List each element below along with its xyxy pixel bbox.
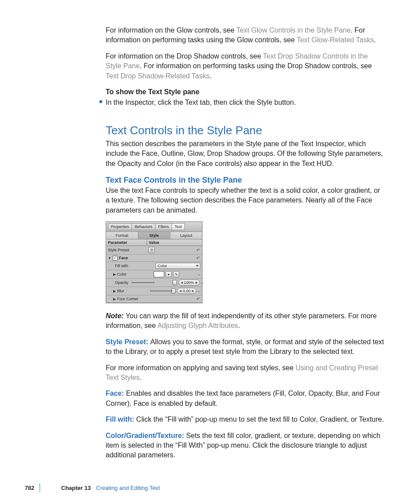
text: For information on the Glow controls, se… [106, 26, 236, 34]
row-opacity: Opacity ◀100%▶ – [106, 279, 202, 287]
link-glow-controls[interactable]: Text Glow Controls in the Style Pane [236, 26, 351, 34]
reset-icon[interactable]: ↶ [196, 297, 200, 302]
term-style-preset: Style Preset: [106, 338, 150, 346]
text: . [374, 36, 376, 44]
reset-icon[interactable]: ↶ [196, 248, 200, 253]
subsection-body: Use the text Face controls to specify wh… [106, 186, 385, 215]
link-glow-tasks[interactable]: Text Glow-Related Tasks [297, 36, 374, 44]
header-value: Value [147, 239, 202, 246]
link-dropshadow-tasks[interactable]: Text Drop Shadow-Related Tasks [106, 72, 210, 80]
label-face: Face [119, 256, 128, 260]
text: For information on the Drop Shadow contr… [106, 52, 263, 60]
text: For more information on applying and sav… [106, 364, 295, 372]
para-dropshadow: For information on the Drop Shadow contr… [106, 52, 385, 81]
label-fill-with: Fill with [115, 264, 128, 268]
disclosure-triangle-icon[interactable]: ▶ [113, 289, 116, 293]
tab-text[interactable]: Text [172, 223, 185, 230]
bullet-text: In the Inspector, click the Text tab, th… [106, 99, 296, 106]
keyframe-dash-icon[interactable]: – [198, 288, 200, 294]
text: . For information on performing tasks us… [140, 62, 372, 70]
tab-properties[interactable]: Properties [108, 223, 132, 230]
section-body: This section describes the parameters in… [106, 139, 385, 169]
subtab-style[interactable]: Style [138, 232, 170, 239]
footer-divider [40, 483, 40, 492]
row-fill-with: Fill with Color [106, 262, 202, 270]
opacity-value-field[interactable]: ◀100%▶ [178, 280, 200, 286]
chapter-title: Creating and Editing Text [96, 485, 160, 491]
keyframe-dash-icon[interactable]: – [201, 280, 204, 285]
keyframe-dash-icon[interactable]: – [198, 272, 200, 277]
blur-value-field[interactable]: ◀0.00▶ [177, 288, 196, 294]
column-headers: Parameter Value [106, 239, 202, 246]
reset-icon[interactable]: ↶ [196, 256, 200, 261]
def-face: Face: Enables and disables the text face… [106, 389, 385, 408]
def-style-preset: Style Preset: Allows you to save the for… [106, 337, 385, 357]
page-footer: 782 Chapter 13 Creating and Editing Text [0, 483, 160, 492]
face-checkbox[interactable]: ✓ [113, 256, 118, 261]
para-more-info: For more information on applying and sav… [106, 363, 385, 383]
eyedropper-icon[interactable]: ✎ [173, 271, 179, 277]
link-glyph-attributes[interactable]: Adjusting Glyph Attributes [157, 322, 238, 329]
inspector-tabs: Properties Behaviors Filters Text [106, 222, 202, 232]
term-face: Face: [106, 390, 126, 397]
text: . [238, 322, 240, 329]
disclosure-triangle-icon[interactable]: ▶ [113, 272, 116, 276]
label-blur: Blur [117, 289, 124, 293]
fill-with-popup[interactable]: Color [155, 263, 200, 269]
page-number: 782 [0, 485, 40, 491]
inspector-panel: Properties Behaviors Filters Text Format… [106, 221, 203, 303]
header-parameter: Parameter [106, 239, 147, 246]
subtab-format[interactable]: Format [106, 232, 138, 239]
bullet-instruction: In the Inspector, click the Text tab, th… [106, 98, 385, 107]
chapter-number: Chapter 13 [61, 485, 91, 491]
text: . [210, 72, 211, 80]
color-dropdown-button[interactable]: ▾ [166, 271, 172, 277]
term-fill-with: Fill with: [106, 416, 136, 423]
text: You can warp the fill of text independen… [106, 312, 377, 329]
row-four-corner: ▶Four Corner ↶ [106, 295, 202, 303]
row-style-preset: Style Preset ☰ ↶ [106, 246, 202, 254]
subsection-heading: Text Face Controls in the Style Pane [106, 176, 385, 185]
row-color: ▶Color ▾ ✎ – [106, 270, 202, 279]
opacity-slider[interactable] [132, 280, 177, 285]
text: Enables and disables the text face param… [106, 390, 380, 407]
preset-popup-button[interactable]: ☰ [148, 247, 155, 253]
bullet-icon [99, 100, 102, 103]
section-heading: Text Controls in the Style Pane [106, 124, 385, 137]
def-fill-with: Fill with: Click the “Fill with” pop-up … [106, 415, 385, 424]
disclosure-triangle-icon[interactable]: ▶ [113, 297, 116, 301]
note-paragraph: Note: You can warp the fill of text inde… [106, 311, 385, 331]
para-glow: For information on the Glow controls, se… [106, 26, 385, 45]
note-label: Note: [106, 312, 125, 320]
row-blur: ▶Blur ◀0.00▶ – [106, 287, 202, 295]
term-cgt: Color/Gradient/Texture: [106, 432, 186, 439]
inspector-subtabs: Format Style Layout [106, 232, 202, 239]
color-well[interactable] [154, 271, 164, 277]
heading-show-style-pane: To show the Text Style pane [106, 87, 385, 97]
disclosure-triangle-icon[interactable]: ▼ [108, 256, 111, 260]
label-style-preset: Style Preset [108, 248, 129, 252]
tab-behaviors[interactable]: Behaviors [132, 223, 155, 230]
def-color-gradient-texture: Color/Gradient/Texture: Sets the text fi… [106, 431, 385, 460]
label-opacity: Opacity [115, 280, 129, 285]
tab-filters[interactable]: Filters [155, 223, 172, 230]
label-four-corner: Four Corner [117, 297, 139, 301]
blur-slider[interactable] [150, 289, 176, 293]
subtab-layout[interactable]: Layout [170, 232, 202, 239]
row-face: ▼ ✓ Face ↶ [106, 254, 202, 262]
label-color: Color [117, 272, 127, 276]
text: Click the “Fill with” pop-up menu to set… [136, 416, 384, 423]
text: . [140, 374, 141, 381]
